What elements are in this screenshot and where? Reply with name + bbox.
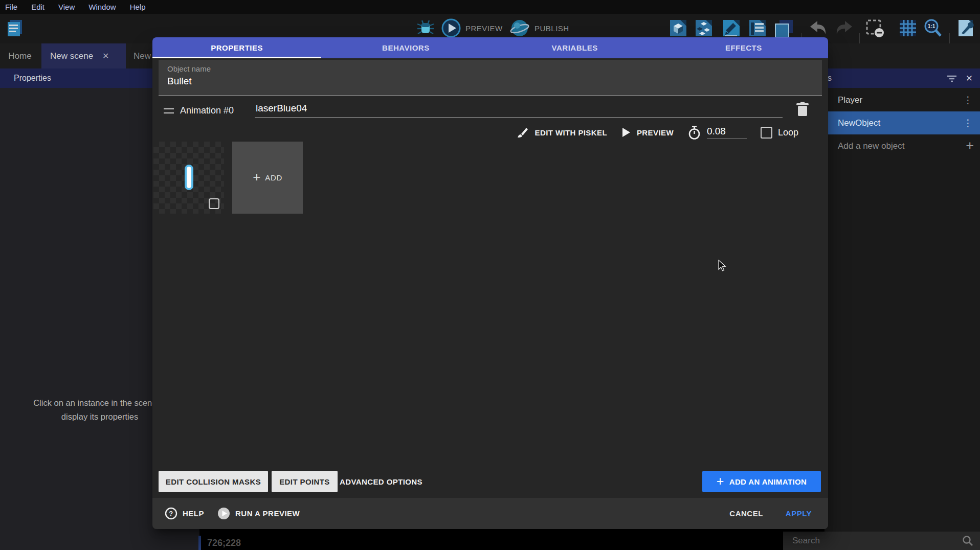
cancel-button[interactable]: CANCEL: [729, 509, 763, 518]
kebab-menu-icon[interactable]: ⋮: [963, 97, 973, 104]
undo-icon[interactable]: [808, 18, 829, 38]
advanced-options-button[interactable]: ADVANCED OPTIONS: [340, 471, 422, 492]
dialog-tab-behaviors[interactable]: BEHAVIORS: [321, 37, 490, 58]
objects-search-bar: [783, 532, 980, 550]
plus-icon: +: [253, 169, 260, 185]
animation-header-row: Animation #0: [152, 100, 828, 121]
loop-label: Loop: [778, 127, 798, 138]
edit-collision-masks-button[interactable]: EDIT COLLISION MASKS: [159, 471, 268, 492]
dialog-tab-bar: PROPERTIES BEHAVIORS VARIABLES EFFECTS: [152, 37, 828, 58]
scene-properties-icon[interactable]: [955, 18, 976, 38]
add-frame-button[interactable]: + ADD: [232, 142, 303, 214]
objects-panel-title: s: [828, 74, 832, 83]
laser-bullet-sprite: [185, 165, 193, 190]
object-editor-dialog: PROPERTIES BEHAVIORS VARIABLES EFFECTS O…: [152, 37, 828, 529]
tab-close-icon[interactable]: ✕: [102, 51, 109, 61]
objects-panel-header: s ✕: [825, 68, 980, 88]
layers-list-icon[interactable]: [747, 18, 768, 38]
tab-new-scene[interactable]: New scene ✕: [41, 43, 126, 68]
menu-view[interactable]: View: [58, 3, 75, 11]
filter-icon[interactable]: [945, 72, 959, 85]
dialog-footer: ? HELP RUN A PREVIEW CANCEL APPLY: [152, 498, 828, 529]
instances-icon[interactable]: [694, 18, 714, 38]
publish-globe-icon[interactable]: [509, 18, 530, 38]
redo-icon[interactable]: [834, 18, 854, 38]
animation-title: Animation #0: [180, 105, 234, 116]
object-row-newobject[interactable]: NewObject ⋮: [825, 111, 980, 134]
objects-editor-icon[interactable]: [668, 18, 688, 38]
edit-scene-icon[interactable]: [721, 18, 742, 38]
frame-select-checkbox[interactable]: [209, 198, 219, 209]
add-an-animation-button[interactable]: + ADD AN ANIMATION: [702, 471, 821, 492]
edit-with-piskel-button[interactable]: EDIT WITH PISKEL: [516, 126, 607, 139]
mask-icon[interactable]: [864, 18, 885, 38]
preview-animation-button[interactable]: PREVIEW: [621, 127, 674, 138]
time-between-frames-field: [687, 125, 747, 140]
publish-label[interactable]: PUBLISH: [534, 24, 569, 33]
properties-panel-title: Properties: [14, 74, 51, 83]
dialog-tab-properties[interactable]: PROPERTIES: [152, 37, 321, 58]
add-object-row[interactable]: Add a new object +: [825, 134, 980, 157]
dialog-tab-variables[interactable]: VARIABLES: [491, 37, 659, 58]
help-circle-icon: ?: [165, 507, 177, 520]
animation-name-input[interactable]: [255, 101, 783, 118]
preview-label[interactable]: PREVIEW: [465, 24, 503, 33]
trash-icon[interactable]: [794, 101, 811, 118]
debug-icon[interactable]: [415, 18, 436, 38]
tab-new-scene-label: New scene: [50, 51, 93, 61]
object-row-player[interactable]: Player ⋮: [825, 88, 980, 111]
svg-text:?: ?: [169, 510, 173, 517]
menu-bar: File Edit View Window Help: [0, 0, 980, 14]
loop-toggle: Loop: [761, 127, 798, 139]
cursor-coordinates: 726;228: [207, 538, 241, 548]
menu-window[interactable]: Window: [88, 3, 116, 11]
run-a-preview-button[interactable]: RUN A PREVIEW: [217, 507, 300, 520]
zoom-one-to-one-icon[interactable]: 1:1: [922, 18, 943, 38]
dialog-action-row: EDIT COLLISION MASKS EDIT POINTS ADVANCE…: [152, 471, 828, 493]
mouse-cursor: [718, 260, 729, 272]
objects-search-input[interactable]: [783, 536, 962, 546]
plus-icon: +: [966, 138, 974, 154]
animation-frame-thumbnail[interactable]: [153, 142, 224, 214]
project-manager-icon[interactable]: [5, 18, 26, 38]
svg-text:1:1: 1:1: [928, 24, 936, 29]
drag-handle-icon[interactable]: [164, 108, 174, 113]
menu-file[interactable]: File: [5, 3, 17, 11]
gdevelop-window: File Edit View Window Help PREVIEW: [0, 0, 980, 550]
object-name-field: Object name: [159, 60, 822, 96]
menu-edit[interactable]: Edit: [31, 3, 44, 11]
grid-icon[interactable]: [898, 18, 918, 38]
dialog-tab-effects[interactable]: EFFECTS: [659, 37, 828, 58]
play-circle-icon: [217, 507, 230, 520]
stopwatch-icon: [687, 125, 701, 140]
edit-points-button[interactable]: EDIT POINTS: [272, 471, 338, 492]
kebab-menu-icon[interactable]: ⋮: [963, 120, 973, 127]
objects-panel-close-icon[interactable]: ✕: [966, 73, 973, 84]
apply-button[interactable]: APPLY: [786, 509, 812, 518]
brush-icon: [516, 126, 529, 139]
canvas-edge-accent: [198, 536, 201, 550]
layers-icon[interactable]: [773, 18, 794, 38]
loop-checkbox[interactable]: [761, 127, 772, 139]
preview-play-icon[interactable]: [441, 18, 461, 38]
help-button[interactable]: ? HELP: [165, 507, 204, 520]
object-name-label: Object name: [167, 64, 813, 73]
search-icon[interactable]: [962, 535, 974, 547]
object-name-input[interactable]: [167, 76, 813, 87]
frame-time-input[interactable]: [707, 126, 747, 139]
tab-home[interactable]: Home: [0, 43, 40, 68]
animation-controls: EDIT WITH PISKEL PREVIEW Loop: [516, 123, 798, 142]
play-icon: [621, 127, 631, 138]
plus-icon: +: [717, 474, 724, 489]
menu-help[interactable]: Help: [130, 3, 146, 11]
